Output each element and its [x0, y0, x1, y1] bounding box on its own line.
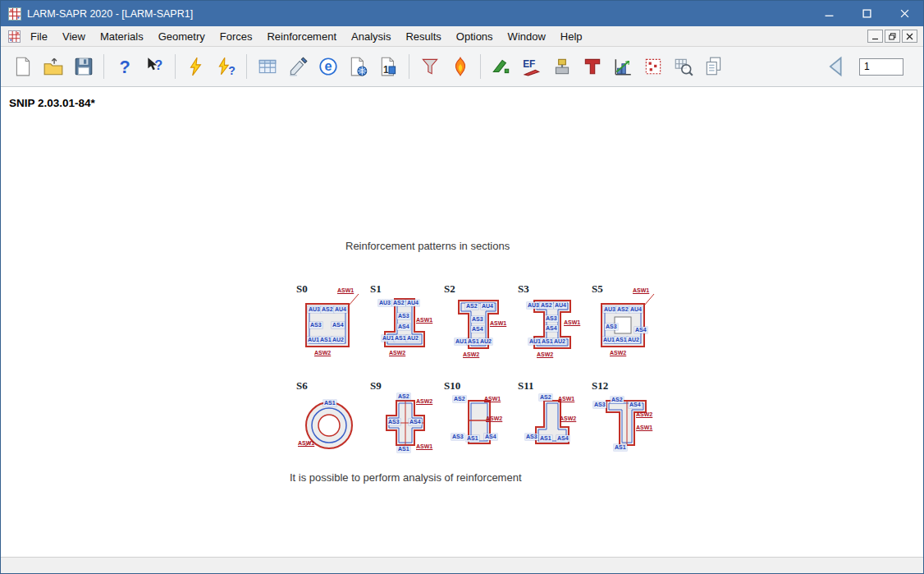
rebar-label-au4: AU4: [554, 302, 567, 309]
mdi-restore-button[interactable]: [885, 30, 900, 43]
rebar-label-as3: AS3: [545, 315, 558, 322]
menu-item-reinforcement[interactable]: Reinforcement: [259, 28, 344, 45]
run-analysis-button[interactable]: [181, 51, 211, 82]
web-report-button[interactable]: [343, 51, 373, 82]
fire-button[interactable]: [445, 51, 475, 82]
tee-section-button[interactable]: [577, 51, 607, 82]
rebar-label-as4: AS4: [397, 324, 410, 330]
minimize-button[interactable]: [810, 1, 848, 26]
rebar-label-as3: AS3: [397, 313, 410, 319]
rebar-label-as3: AS3: [605, 324, 618, 330]
rebar-label-as1: AS1: [539, 435, 552, 442]
page-number-input[interactable]: [859, 58, 903, 76]
rebar-label-as2: AS2: [611, 397, 624, 403]
close-button[interactable]: [885, 1, 923, 26]
menu-item-view[interactable]: View: [55, 28, 93, 45]
rebar-label-asw1: ASW1: [337, 287, 354, 294]
section-s1: S1AU3AS2AU4AS3ASW1AS4AU1AS1AU2ASW2: [370, 282, 444, 368]
rebar-label-au4: AU4: [406, 300, 419, 306]
section-s0: S0ASW1AU3AS2AU4AS3AS4AU1AS1AU2ASW2: [296, 282, 370, 368]
browser-button[interactable]: e: [313, 51, 343, 82]
toolbar-separator: [409, 54, 409, 79]
mdi-close-button[interactable]: [902, 30, 917, 43]
maximize-button[interactable]: [848, 1, 885, 26]
section-s10: S10AS2ASW1ASW2AS3AS1AS4: [444, 379, 518, 465]
menu-item-analysis[interactable]: Analysis: [344, 28, 398, 45]
diagram-button[interactable]: [607, 51, 638, 82]
rebar-label-au2: AU2: [627, 337, 640, 343]
rebar-label-as3: AS3: [387, 419, 400, 425]
rebar-label-as1: AS1: [466, 435, 479, 442]
mdi-minimize-button[interactable]: [867, 30, 883, 43]
section-shape-tall: [444, 379, 518, 465]
open-button[interactable]: [38, 51, 68, 82]
numbered-report-button[interactable]: 1: [373, 51, 404, 82]
section-s12: S12AS3AS2AS4ASW2ASW1AS1: [592, 379, 666, 465]
zoom-grid-button[interactable]: [668, 51, 698, 82]
menu-item-forces[interactable]: Forces: [213, 28, 260, 45]
menu-item-geometry[interactable]: Geometry: [151, 28, 213, 45]
rebar-label-au3: AU3: [308, 306, 321, 313]
menu-item-materials[interactable]: Materials: [93, 28, 151, 45]
svg-text:e: e: [324, 58, 332, 73]
rebar-label-au2: AU2: [479, 338, 492, 345]
toolbar-separator: [103, 54, 104, 79]
zoom-grid-icon: [673, 56, 694, 77]
context-help-button[interactable]: ?: [140, 51, 170, 82]
rebar-label-asw1: ASW1: [633, 287, 649, 294]
rebar-label-as4: AS4: [471, 326, 484, 333]
reinforcement-scheme-icon: [491, 56, 512, 77]
table-button[interactable]: [252, 51, 282, 82]
pattern-button[interactable]: [638, 51, 668, 82]
app-window: LARM-SAPR 2020 - [LARM-SAPR1] FileViewMa…: [0, 0, 924, 574]
menu-item-options[interactable]: Options: [449, 28, 501, 45]
menu-item-help[interactable]: Help: [553, 28, 590, 45]
rebar-label-au4: AU4: [629, 306, 643, 313]
rebar-label-au2: AU2: [553, 338, 566, 345]
rebar-label-asw1: ASW1: [490, 320, 506, 327]
svg-text:?: ?: [119, 57, 130, 77]
svg-text:EF: EF: [523, 58, 535, 70]
section-s3: S3AU3AS2AU4AS3ASW1AS4AU1AS1AU2ASW2: [518, 282, 592, 368]
rebar-label-as2: AS2: [392, 300, 405, 306]
sections-row: S0ASW1AU3AS2AU4AS3AS4AU1AS1AU2ASW2S1AU3A…: [296, 282, 666, 368]
new-button[interactable]: [7, 51, 38, 82]
rebar-label-as2: AS2: [321, 306, 334, 313]
minimize-icon: [825, 9, 834, 18]
back-button[interactable]: [821, 51, 853, 82]
rebar-label-au3: AU3: [378, 300, 391, 306]
menu-item-results[interactable]: Results: [398, 28, 448, 45]
rebar-label-asw1: ASW1: [298, 440, 314, 447]
rebar-label-as3: AS3: [525, 434, 538, 440]
window-title: LARM-SAPR 2020 - [LARM-SAPR1]: [27, 8, 193, 20]
help-button[interactable]: ?: [109, 51, 140, 82]
web-report-icon: [348, 56, 369, 77]
edit-button[interactable]: [282, 51, 313, 82]
save-button[interactable]: [68, 51, 98, 82]
concrete-button[interactable]: [547, 51, 577, 82]
rebar-label-au2: AU2: [406, 335, 419, 342]
filter-button[interactable]: [414, 51, 445, 82]
rebar-label-asw2: ASW2: [560, 416, 576, 422]
section-s11: S11AS2ASW1ASW2AS3AS1AS4: [518, 379, 592, 465]
rebar-label-asw2: ASW2: [636, 411, 652, 418]
rebar-label-as1: AS1: [614, 444, 627, 451]
reinforcement-scheme-button[interactable]: [486, 51, 516, 82]
menu-item-file[interactable]: File: [23, 28, 55, 45]
rebar-label-asw2: ASW2: [610, 350, 626, 356]
run-help-button[interactable]: ?: [211, 51, 241, 82]
document-system-icon[interactable]: [8, 30, 21, 43]
sections-row: S6AS1ASW1S9AS2ASW2AS3AS4AS1ASW1S10AS2ASW…: [296, 379, 666, 465]
context-help-icon: ?: [144, 56, 166, 77]
rebar-label-au2: AU2: [332, 337, 345, 343]
menu-item-window[interactable]: Window: [501, 28, 553, 45]
rebar-label-asw2: ASW2: [416, 398, 432, 405]
ef-edit-button[interactable]: EF: [516, 51, 547, 82]
copy-report-button[interactable]: [698, 51, 729, 82]
rebar-label-as3: AS3: [593, 402, 606, 408]
rebar-label-au1: AU1: [307, 337, 320, 343]
rebar-label-as1: AS1: [467, 338, 480, 345]
diagram-title: Reinforcement patterns in sections: [345, 240, 510, 252]
section-shape-box: [592, 282, 666, 368]
mdi-minimize-icon: [871, 33, 879, 40]
